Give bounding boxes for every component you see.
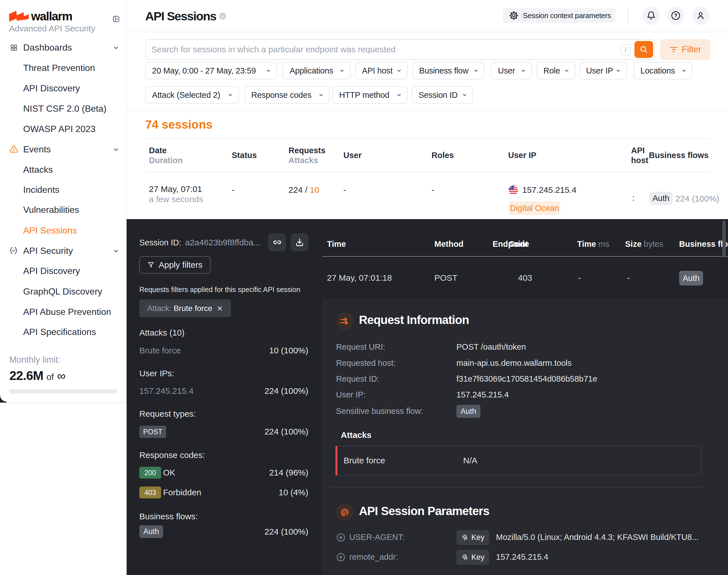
svg-text:?: ? — [222, 14, 223, 18]
svg-text:?: ? — [674, 12, 678, 19]
